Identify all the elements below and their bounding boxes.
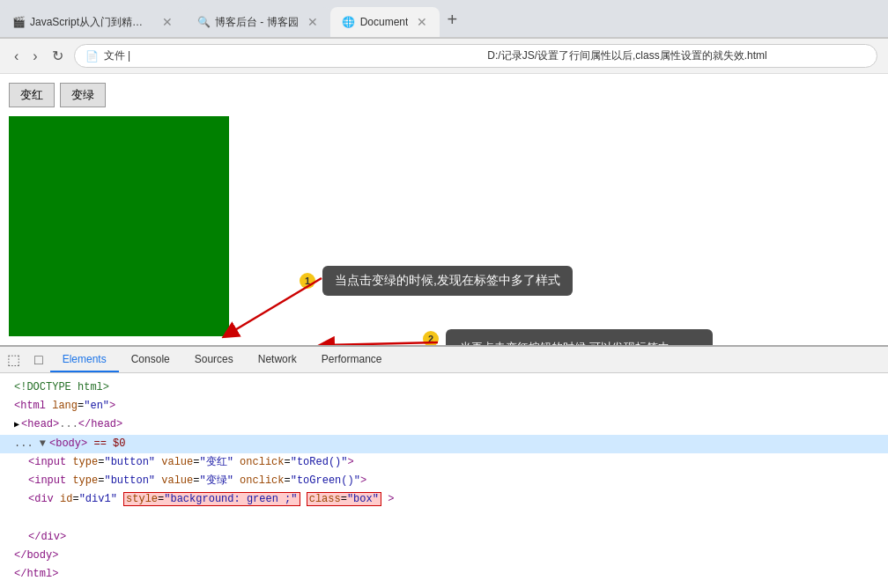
tab-3[interactable]: 🌐 Document ✕: [330, 7, 440, 37]
address-box[interactable]: 📄 文件 | D:/记录JS/设置了行间属性以后,class属性设置的就失效.h…: [74, 44, 877, 68]
page-inner: 变红 变绿: [0, 74, 888, 345]
code-line-divclose: </div>: [0, 528, 888, 547]
inspector-icon[interactable]: ⬚: [0, 347, 27, 372]
style-highlight: style="background: green ;": [123, 492, 300, 506]
tab-2-favicon: 🔍: [197, 16, 210, 28]
tab-1-close[interactable]: ✕: [162, 15, 173, 29]
tab-1-title: JavaScript从入门到精通_哔哩哔...: [30, 15, 153, 30]
file-icon: 📄: [85, 50, 99, 62]
tab-network[interactable]: Network: [246, 348, 309, 372]
btn-red[interactable]: 变红: [9, 83, 55, 107]
code-line-1: <!DOCTYPE html>: [0, 379, 888, 397]
tab-performance[interactable]: Performance: [309, 348, 395, 372]
address-url: D:/记录JS/设置了行间属性以后,class属性设置的就失效.html: [487, 48, 866, 63]
code-text-2: <html lang="en">: [14, 398, 115, 415]
tab-2[interactable]: 🔍 博客后台 - 博客园 ✕: [185, 7, 330, 37]
back-button[interactable]: ‹: [11, 47, 22, 66]
class-highlight: class="box": [307, 492, 381, 506]
tab-elements[interactable]: Elements: [50, 348, 119, 372]
forward-button[interactable]: ›: [29, 47, 41, 66]
tab-sources[interactable]: Sources: [182, 348, 246, 372]
tab-1[interactable]: 🎬 JavaScript从入门到精通_哔哩哔... ✕: [0, 7, 185, 37]
address-protocol: 文件 |: [104, 48, 483, 63]
tab-console[interactable]: Console: [119, 348, 182, 372]
device-icon[interactable]: □: [27, 348, 50, 372]
code-line-input2: <input type="button" value="变绿" onclick=…: [0, 472, 888, 490]
tab-2-title: 博客后台 - 博客园: [215, 15, 299, 30]
code-line-div: <div id="div1" style="background: green …: [0, 490, 888, 509]
devtools-code: <!DOCTYPE html> <html lang="en"> ▶ <head…: [0, 373, 888, 588]
code-line-empty: [0, 509, 888, 527]
address-bar: ‹ › ↻ 📄 文件 | D:/记录JS/设置了行间属性以后,class属性设置…: [0, 39, 888, 74]
code-line-body: ... ▼ <body> == $0: [0, 435, 888, 453]
reload-button[interactable]: ↻: [48, 46, 67, 66]
head-triangle[interactable]: ▶: [14, 418, 19, 432]
code-line-3: ▶ <head>...</head>: [0, 415, 888, 434]
devtools-panel: ⬚ □ Elements Console Sources Network Per…: [0, 345, 888, 588]
tab-3-close[interactable]: ✕: [417, 15, 427, 29]
page-content: 变红 变绿 1 当点击变绿的时候,发现在标签中多了样式 2 当再点击变红按钮的时…: [0, 74, 888, 345]
tab-2-close[interactable]: ✕: [307, 15, 318, 29]
browser-window: 🎬 JavaScript从入门到精通_哔哩哔... ✕ 🔍 博客后台 - 博客园…: [0, 0, 888, 588]
demo-div: [9, 116, 229, 336]
tab-1-favicon: 🎬: [12, 16, 25, 28]
tab-3-favicon: 🌐: [343, 16, 355, 28]
code-line-input1: <input type="button" value="变红" onclick=…: [0, 453, 888, 472]
code-line-2: <html lang="en">: [0, 397, 888, 415]
code-line-htmlclose: </html>: [0, 565, 888, 584]
tab-3-title: Document: [360, 16, 409, 28]
devtools-tabs: ⬚ □ Elements Console Sources Network Per…: [0, 347, 888, 373]
code-text-1: <!DOCTYPE html>: [14, 379, 109, 396]
btn-green[interactable]: 变绿: [60, 83, 106, 107]
page-buttons: 变红 变绿: [9, 83, 879, 107]
new-tab-button[interactable]: +: [440, 10, 464, 35]
tab-bar: 🎬 JavaScript从入门到精通_哔哩哔... ✕ 🔍 博客后台 - 博客园…: [0, 0, 888, 39]
code-line-bodyclose: </body>: [0, 547, 888, 565]
